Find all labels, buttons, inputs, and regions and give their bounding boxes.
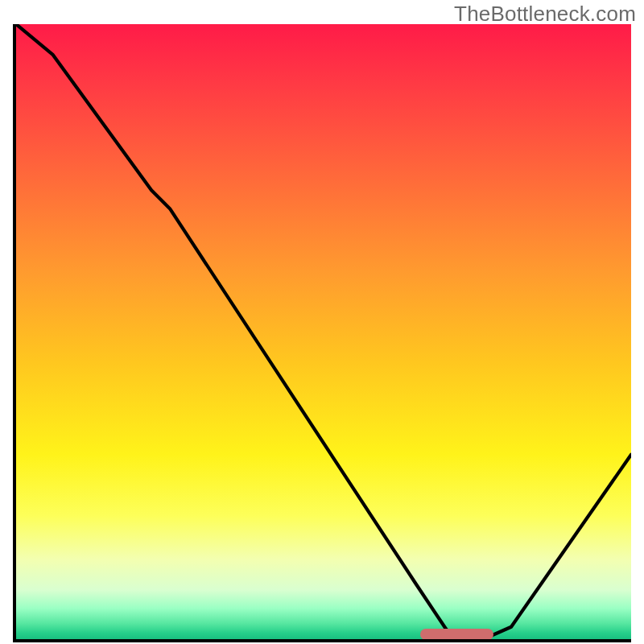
bottleneck-line-series — [16, 24, 631, 639]
chart-plot-area — [13, 24, 631, 642]
optimal-range-marker — [420, 629, 493, 640]
watermark-text: TheBottleneck.com — [454, 2, 636, 27]
